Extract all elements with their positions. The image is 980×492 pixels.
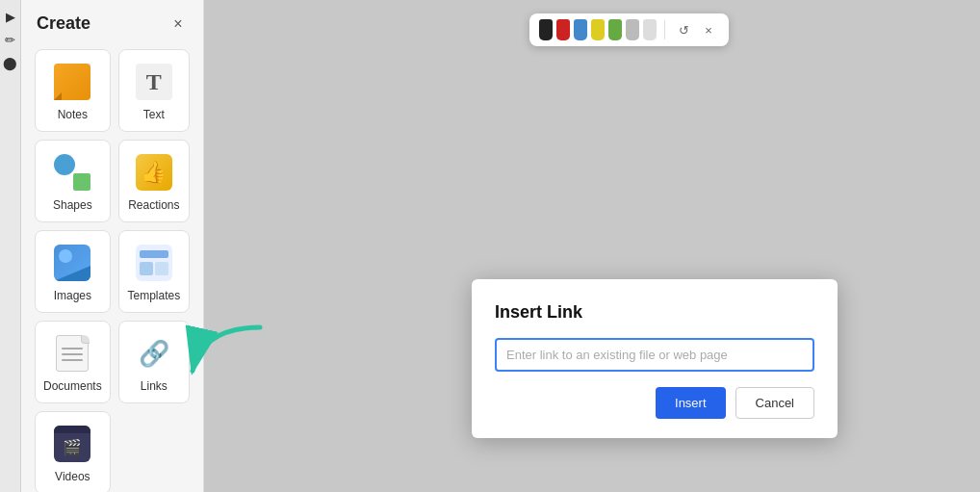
insert-link-dialog: Insert Link Insert Cancel: [472, 279, 838, 438]
shape-tool[interactable]: ⬤: [2, 54, 19, 71]
links-icon: 🔗: [134, 333, 174, 374]
marker-gray1[interactable]: [626, 19, 639, 40]
close-color-toolbar[interactable]: ×: [698, 19, 719, 40]
images-label: Images: [54, 289, 91, 302]
templates-label: Templates: [128, 289, 181, 302]
dialog-title: Insert Link: [495, 302, 814, 323]
marker-black[interactable]: [539, 19, 553, 40]
documents-label: Documents: [43, 379, 102, 393]
dialog-buttons: Insert Cancel: [495, 387, 814, 419]
draw-tool[interactable]: ✏: [2, 31, 19, 48]
reactions-icon: 👍: [134, 152, 174, 193]
grid-item-shapes[interactable]: Shapes: [35, 140, 111, 222]
grid-item-text[interactable]: T Text: [118, 49, 190, 132]
shapes-label: Shapes: [53, 198, 92, 212]
create-panel: Create × Notes T Text: [21, 0, 204, 492]
notes-icon: [52, 62, 92, 102]
insert-button[interactable]: Insert: [656, 387, 726, 419]
marker-red[interactable]: [556, 19, 570, 40]
color-toolbar: ↺ ×: [529, 13, 729, 46]
panel-close-button[interactable]: ×: [168, 14, 188, 34]
videos-icon: 🎬: [52, 424, 92, 464]
grid-item-images[interactable]: Images: [35, 230, 111, 313]
images-icon: [52, 243, 92, 283]
marker-blue[interactable]: [574, 19, 587, 40]
text-icon: T: [134, 62, 174, 102]
text-label: Text: [143, 108, 165, 121]
cancel-button[interactable]: Cancel: [735, 387, 814, 419]
templates-icon: [134, 243, 174, 283]
toolbar-divider: [664, 20, 665, 39]
link-input[interactable]: [495, 338, 814, 372]
marker-gray2[interactable]: [643, 19, 657, 40]
grid-item-videos[interactable]: 🎬 Videos: [35, 411, 111, 492]
refresh-button[interactable]: ↺: [673, 19, 694, 40]
videos-label: Videos: [55, 470, 90, 483]
grid-item-reactions[interactable]: 👍 Reactions: [118, 140, 190, 222]
shapes-icon: [52, 152, 92, 193]
panel-header: Create ×: [21, 0, 203, 45]
links-label: Links: [141, 379, 168, 393]
marker-yellow[interactable]: [591, 19, 605, 40]
select-tool[interactable]: ▶: [2, 8, 19, 25]
left-toolbar: ▶ ✏ ⬤: [0, 0, 21, 492]
documents-icon: [52, 333, 92, 374]
grid-item-templates[interactable]: Templates: [118, 230, 190, 313]
notes-label: Notes: [58, 108, 88, 121]
grid-item-links[interactable]: 🔗 Links: [118, 321, 190, 403]
grid-item-documents[interactable]: Documents: [35, 321, 111, 403]
create-grid: Notes T Text Shapes 👍 Reactions: [21, 45, 203, 492]
grid-item-notes[interactable]: Notes: [35, 49, 111, 132]
marker-green[interactable]: [608, 19, 622, 40]
panel-title: Create: [37, 13, 90, 34]
reactions-label: Reactions: [128, 198, 179, 212]
